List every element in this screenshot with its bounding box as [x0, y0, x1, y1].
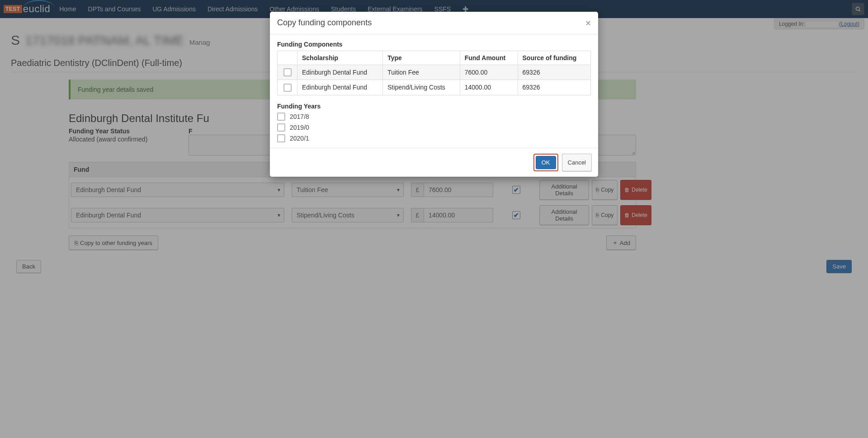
year-label: 2017/8 — [290, 113, 309, 120]
year-checkbox[interactable] — [277, 123, 285, 132]
funding-components-table: Scholarship Type Fund Amount Source of f… — [277, 51, 591, 95]
cell-amount: 14000.00 — [460, 80, 518, 95]
ok-label: OK — [542, 159, 550, 166]
cell-scholarship: Edinburgh Dental Fund — [297, 65, 383, 80]
cell-amount: 7600.00 — [460, 65, 518, 80]
funding-components-label: Funding Components — [277, 41, 591, 48]
funding-year-item: 2017/8 — [277, 113, 591, 121]
cell-source: 69326 — [518, 65, 590, 80]
year-checkbox[interactable] — [277, 134, 285, 142]
col-scholarship: Scholarship — [297, 51, 383, 65]
cancel-label: Cancel — [568, 159, 586, 166]
copy-funding-modal: Copy funding components × Funding Compon… — [270, 12, 598, 177]
col-amount: Fund Amount — [460, 51, 518, 65]
component-row: Edinburgh Dental Fund Tuition Fee 7600.0… — [278, 65, 591, 80]
year-label: 2019/0 — [290, 124, 309, 131]
ok-button[interactable]: OK — [536, 156, 556, 169]
cell-scholarship: Edinburgh Dental Fund — [297, 80, 383, 95]
col-type: Type — [383, 51, 460, 65]
component-checkbox[interactable] — [283, 68, 292, 76]
funding-years-list: 2017/8 2019/0 2020/1 — [277, 113, 591, 142]
year-checkbox[interactable] — [277, 113, 285, 121]
funding-year-item: 2019/0 — [277, 123, 591, 132]
funding-years-label: Funding Years — [277, 103, 591, 110]
cell-type: Stipend/Living Costs — [383, 80, 460, 95]
component-checkbox[interactable] — [283, 84, 292, 92]
cell-source: 69326 — [518, 80, 590, 95]
year-label: 2020/1 — [290, 135, 309, 142]
modal-title: Copy funding components — [277, 18, 372, 28]
modal-close-button[interactable]: × — [585, 19, 591, 28]
component-row: Edinburgh Dental Fund Stipend/Living Cos… — [278, 80, 591, 95]
funding-year-item: 2020/1 — [277, 134, 591, 142]
cell-type: Tuition Fee — [383, 65, 460, 80]
col-source: Source of funding — [518, 51, 590, 65]
ok-highlight: OK — [533, 154, 558, 171]
cancel-button[interactable]: Cancel — [562, 154, 592, 171]
